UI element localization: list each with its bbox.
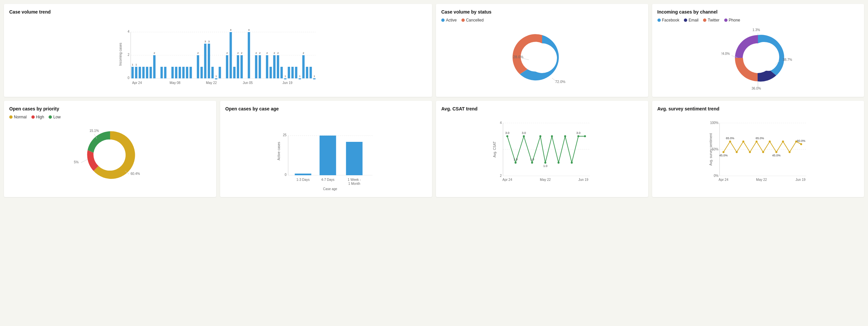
svg-text:May 22: May 22 xyxy=(206,81,217,85)
case-volume-by-status-title: Case volume by status xyxy=(441,9,643,14)
svg-text:2: 2 xyxy=(128,53,130,57)
svg-text:1 Month: 1 Month xyxy=(348,182,360,185)
svg-text:1: 1 xyxy=(216,75,217,78)
svg-text:60.4%: 60.4% xyxy=(130,172,140,176)
legend-twitter-label: Twitter xyxy=(708,18,719,23)
svg-text:1.0: 1.0 xyxy=(530,158,534,161)
svg-text:Jun 19: Jun 19 xyxy=(795,178,805,181)
svg-rect-54 xyxy=(255,55,257,78)
open-priority-donut: 60.4% 24.5% 15.1% xyxy=(9,122,211,188)
case-volume-trend-chart: Incoming cases 0 2 4 1 1 xyxy=(9,18,427,92)
svg-point-134 xyxy=(531,162,533,164)
svg-rect-22 xyxy=(172,67,174,78)
svg-rect-13 xyxy=(143,67,145,78)
legend-normal: Normal xyxy=(9,115,27,119)
legend-facebook-label: Facebook xyxy=(662,18,680,23)
open-by-case-age-title: Open cases by case age xyxy=(225,106,427,112)
legend-high-label: High xyxy=(36,115,44,119)
svg-point-133 xyxy=(523,135,525,137)
legend-low: Low xyxy=(49,115,61,119)
svg-rect-25 xyxy=(182,67,185,78)
svg-rect-69 xyxy=(288,67,290,78)
dashboard: Case volume trend Incoming cases 0 2 4 xyxy=(4,4,864,197)
svg-rect-72 xyxy=(299,78,301,79)
svg-text:1.0: 1.0 xyxy=(513,158,518,161)
svg-rect-14 xyxy=(146,67,148,78)
avg-survey-sentiment-card: Avg. survey sentiment trend Avg. survey … xyxy=(652,101,864,197)
svg-text:1.0: 1.0 xyxy=(543,164,547,168)
svg-text:28.0%: 28.0% xyxy=(513,55,523,59)
svg-point-141 xyxy=(578,135,580,137)
incoming-by-channel-legend: Facebook Email Twitter Phone xyxy=(657,18,859,23)
svg-point-163 xyxy=(769,141,771,143)
svg-rect-56 xyxy=(259,55,261,78)
svg-point-166 xyxy=(788,151,790,153)
svg-point-161 xyxy=(755,141,757,143)
svg-point-135 xyxy=(539,135,541,137)
svg-rect-19 xyxy=(161,67,163,78)
incoming-by-channel-title: Incoming cases by channel xyxy=(657,9,859,14)
open-case-age-svg: Active cases 0 25 1-3 Days 4-7 Days 1 We… xyxy=(225,115,427,191)
svg-rect-32 xyxy=(204,43,207,78)
svg-point-131 xyxy=(506,135,508,137)
svg-rect-29 xyxy=(197,55,199,78)
svg-rect-15 xyxy=(150,67,152,78)
case-volume-by-status-legend: Active Cancelled xyxy=(441,18,643,23)
svg-rect-48 xyxy=(241,55,243,78)
svg-text:2: 2 xyxy=(255,52,257,55)
svg-rect-74 xyxy=(303,55,305,78)
svg-text:3.0: 3.0 xyxy=(522,131,526,135)
svg-rect-10 xyxy=(135,67,137,78)
svg-text:2: 2 xyxy=(500,174,502,178)
legend-cancelled: Cancelled xyxy=(461,18,484,23)
svg-rect-16 xyxy=(153,55,156,78)
legend-normal-label: Normal xyxy=(14,115,27,119)
svg-rect-66 xyxy=(281,67,283,78)
svg-point-90 xyxy=(743,43,773,73)
email-dot xyxy=(684,19,687,22)
svg-text:24.5%: 24.5% xyxy=(74,160,79,164)
svg-text:2: 2 xyxy=(237,52,239,55)
svg-rect-36 xyxy=(212,67,214,78)
svg-rect-78 xyxy=(313,78,316,79)
svg-text:65.0%: 65.0% xyxy=(725,137,734,140)
legend-phone-label: Phone xyxy=(729,18,740,23)
case-volume-donut: 72.0% 28.0% xyxy=(441,25,643,91)
svg-rect-39 xyxy=(219,67,221,78)
svg-text:3: 3 xyxy=(205,40,206,43)
svg-line-104 xyxy=(81,159,88,163)
svg-text:May 22: May 22 xyxy=(756,178,767,181)
low-dot xyxy=(49,115,52,119)
svg-text:1: 1 xyxy=(299,75,301,78)
svg-text:1-3 Days: 1-3 Days xyxy=(296,178,309,181)
avg-csat-trend-title: Avg. CSAT trend xyxy=(441,106,643,112)
svg-text:2: 2 xyxy=(267,52,268,55)
svg-point-165 xyxy=(782,141,784,143)
avg-csat-chart: Avg. CSAT 2 4 xyxy=(441,115,643,188)
legend-email: Email xyxy=(684,18,699,23)
incoming-channel-donut: 38.7% 36.0% 24.0% 1.3% xyxy=(657,25,859,91)
cancelled-dot xyxy=(461,19,465,22)
svg-text:2: 2 xyxy=(303,52,304,55)
legend-active: Active xyxy=(441,18,457,23)
svg-text:25: 25 xyxy=(283,133,286,137)
svg-text:72.0%: 72.0% xyxy=(555,80,565,84)
svg-text:24.0%: 24.0% xyxy=(721,52,730,56)
open-by-priority-legend: Normal High Low xyxy=(9,115,211,119)
svg-point-139 xyxy=(564,135,566,137)
svg-point-137 xyxy=(551,135,553,137)
svg-rect-41 xyxy=(226,55,228,78)
svg-text:Jun 19: Jun 19 xyxy=(282,81,292,85)
svg-rect-24 xyxy=(179,67,181,78)
incoming-channel-donut-svg: 38.7% 36.0% 24.0% 1.3% xyxy=(721,25,794,91)
svg-text:45.0%: 45.0% xyxy=(772,154,780,157)
svg-rect-12 xyxy=(139,67,141,78)
svg-point-156 xyxy=(722,151,724,153)
svg-rect-37 xyxy=(215,78,217,79)
svg-rect-20 xyxy=(164,67,166,78)
svg-text:0: 0 xyxy=(285,173,286,177)
svg-point-132 xyxy=(515,162,517,164)
svg-rect-31 xyxy=(200,67,203,78)
avg-survey-sentiment-svg: Avg. survey sentiment 0% 50% 100% xyxy=(657,115,859,187)
legend-email-label: Email xyxy=(688,18,699,23)
